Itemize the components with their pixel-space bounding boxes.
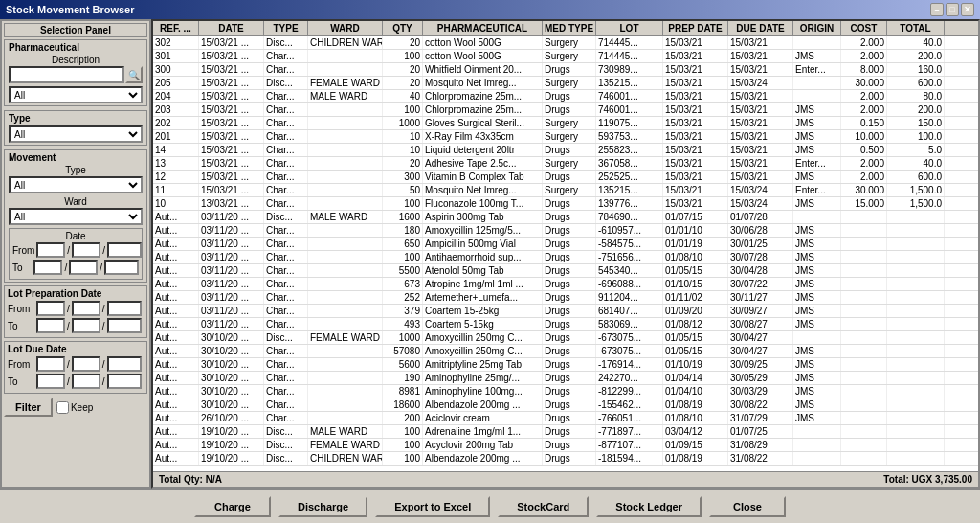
cell-24-9: 30/09/25 <box>728 358 793 371</box>
cell-13-7: 784690... <box>596 211 663 223</box>
date-from-day[interactable]: 05 <box>36 242 65 258</box>
grid-body[interactable]: 30215/03/21 ...Disc...CHILDREN WARD20cot… <box>153 36 978 471</box>
movement-type-select[interactable]: All <box>9 176 143 193</box>
table-row[interactable]: Aut...03/11/20 ...Char...650Ampicillin 5… <box>153 238 978 251</box>
table-row[interactable]: Aut...03/11/20 ...Char...379Coartem 15-2… <box>153 305 978 318</box>
table-row[interactable]: Aut...30/10/20 ...Char...5600Amitriptyli… <box>153 358 978 372</box>
cell-23-5: Amoxycillin 250mg C... <box>423 345 543 357</box>
filter-button[interactable]: Filter <box>4 398 53 417</box>
table-row[interactable]: Aut...30/10/20 ...Char...57080Amoxycilli… <box>153 345 978 358</box>
table-row[interactable]: Aut...30/10/20 ...Disc...FEMALE WARD1000… <box>153 331 978 345</box>
table-row[interactable]: 20315/03/21 ...Char...100Chlorpromazine … <box>153 103 978 117</box>
cell-11-9: 15/03/24 <box>728 184 793 196</box>
cell-3-7: 135215... <box>596 77 663 89</box>
cell-29-6: Drugs <box>543 425 596 438</box>
cell-8-6: Drugs <box>543 144 596 156</box>
cell-8-2: Char... <box>264 144 308 156</box>
cell-9-1: 15/03/21 ... <box>199 157 264 170</box>
cell-17-6: Drugs <box>543 264 596 277</box>
keep-checkbox[interactable] <box>56 401 69 414</box>
table-row[interactable]: 20515/03/21 ...Disc...FEMALE WARD20Mosqu… <box>153 77 978 90</box>
lot-prep-to-month[interactable] <box>72 318 100 333</box>
date-to-day[interactable]: 12 <box>33 260 62 275</box>
cell-2-6: Drugs <box>543 63 596 76</box>
maximize-btn[interactable]: □ <box>946 3 959 16</box>
ward-select[interactable]: All <box>9 208 143 225</box>
cell-28-1: 26/10/20 ... <box>199 412 264 424</box>
cell-21-10: JMS <box>793 318 841 330</box>
lot-due-from-day[interactable] <box>36 356 65 372</box>
table-row[interactable]: 1215/03/21 ...Char...300Vitamin B Comple… <box>153 171 978 184</box>
export-button[interactable]: Export to Excel <box>375 496 490 517</box>
discharge-button[interactable]: Discharge <box>278 496 368 517</box>
table-row[interactable]: Aut...30/10/20 ...Char...18600Albendazol… <box>153 398 978 412</box>
cell-30-4: 100 <box>383 439 423 451</box>
date-to-year[interactable]: 2021 <box>104 260 139 275</box>
lot-prep-to-day[interactable] <box>36 318 65 333</box>
lot-due-to-day[interactable] <box>36 374 65 389</box>
table-row[interactable]: 1013/03/21 ...Char...100Fluconazole 100m… <box>153 197 978 211</box>
table-row[interactable]: Aut...03/11/20 ...Char...180Amoxycillin … <box>153 224 978 238</box>
lot-prep-label: Lot Preparation Date <box>8 288 144 299</box>
cell-19-7: 911204... <box>596 291 663 304</box>
table-row[interactable]: Aut...19/10/20 ...Disc...FEMALE WARD100A… <box>153 439 978 452</box>
cell-30-7: -877107... <box>596 439 663 451</box>
cell-4-4: 40 <box>383 90 423 102</box>
cell-11-3 <box>308 184 383 196</box>
type-select[interactable]: All <box>9 125 143 143</box>
table-row[interactable]: 20415/03/21 ...Char...MALE WARD40Chlorpr… <box>153 90 978 103</box>
table-row[interactable]: 20215/03/21 ...Char...1000Gloves Surgica… <box>153 117 978 130</box>
date-from-year[interactable]: 2000 <box>107 242 142 258</box>
table-row[interactable]: Aut...03/11/20 ...Char...252Artemether+L… <box>153 291 978 305</box>
cell-15-10: JMS <box>793 238 841 250</box>
table-row[interactable]: Aut...03/11/20 ...Char...100Antihaemorrh… <box>153 251 978 264</box>
stockcard-button[interactable]: StockCard <box>498 496 589 517</box>
cell-23-10: JMS <box>793 345 841 357</box>
lot-prep-from-year[interactable] <box>107 301 142 316</box>
table-row[interactable]: Aut...30/10/20 ...Char...190Aminophyline… <box>153 372 978 385</box>
table-row[interactable]: Aut...30/10/20 ...Char...8981Aminophylin… <box>153 385 978 398</box>
table-row[interactable]: Aut...03/11/20 ...Char...673Atropine 1mg… <box>153 278 978 291</box>
table-row[interactable]: Aut...26/10/20 ...Char...200Aciclovir cr… <box>153 412 978 425</box>
table-row[interactable]: Aut...19/10/20 ...Disc...MALE WARD100Adr… <box>153 425 978 439</box>
table-row[interactable]: 1315/03/21 ...Char...20Adhesive Tape 2.5… <box>153 157 978 171</box>
cell-10-12: 600.0 <box>887 171 945 183</box>
close-button[interactable]: Close <box>709 496 786 517</box>
lot-prep-from-day[interactable] <box>36 301 65 316</box>
cell-20-7: 681407... <box>596 305 663 317</box>
lot-due-to-year[interactable] <box>107 374 142 389</box>
table-row[interactable]: 30015/03/21 ...Char...20Whitfield Oinmen… <box>153 63 978 77</box>
close-btn[interactable]: ✕ <box>961 3 974 16</box>
table-row[interactable]: 20115/03/21 ...Char...10X-Ray Film 43x35… <box>153 130 978 144</box>
table-row[interactable]: Aut...03/11/20 ...Disc...MALE WARD1600As… <box>153 211 978 224</box>
table-row[interactable]: 30215/03/21 ...Disc...CHILDREN WARD20cot… <box>153 36 978 50</box>
search-btn[interactable]: 🔍 <box>125 66 143 83</box>
stockledger-button[interactable]: Stock Ledger <box>596 496 702 517</box>
pharmaceutical-select[interactable]: All <box>9 86 143 103</box>
cell-25-9: 30/05/29 <box>728 372 793 384</box>
table-row[interactable]: 30115/03/21 ...Char...100cotton Wool 500… <box>153 50 978 63</box>
cell-29-5: Adrenaline 1mg/ml 1... <box>423 425 543 438</box>
description-input[interactable] <box>9 66 124 83</box>
lot-due-from-year[interactable] <box>107 356 142 372</box>
table-row[interactable]: 1115/03/21 ...Char...50Mosquito Net Imre… <box>153 184 978 197</box>
lot-due-to-month[interactable] <box>72 374 100 389</box>
table-row[interactable]: Aut...03/11/20 ...Char...493Coartem 5-15… <box>153 318 978 331</box>
cell-6-9: 15/03/21 <box>728 117 793 129</box>
table-row[interactable]: Aut...03/11/20 ...Char...5500Atenolol 50… <box>153 264 978 278</box>
cell-24-4: 5600 <box>383 358 423 371</box>
cell-19-2: Char... <box>264 291 308 304</box>
table-row[interactable]: Aut...19/10/20 ...Disc...CHILDREN WARD10… <box>153 452 978 466</box>
charge-button[interactable]: Charge <box>194 496 271 517</box>
lot-prep-to-year[interactable] <box>107 318 142 333</box>
minimize-btn[interactable]: – <box>930 3 944 16</box>
lot-due-from-month[interactable] <box>72 356 100 372</box>
date-to-month[interactable]: 12 <box>69 260 98 275</box>
date-from-month[interactable]: 12 <box>72 242 100 258</box>
table-row[interactable]: 1415/03/21 ...Char...10Liquid detergent … <box>153 144 978 157</box>
cell-20-1: 03/11/20 ... <box>199 305 264 317</box>
cell-9-10: Enter... <box>793 157 841 170</box>
pharmaceutical-label: Pharmaceutical <box>9 42 143 53</box>
cell-18-12 <box>887 278 945 290</box>
lot-prep-from-month[interactable] <box>72 301 100 316</box>
